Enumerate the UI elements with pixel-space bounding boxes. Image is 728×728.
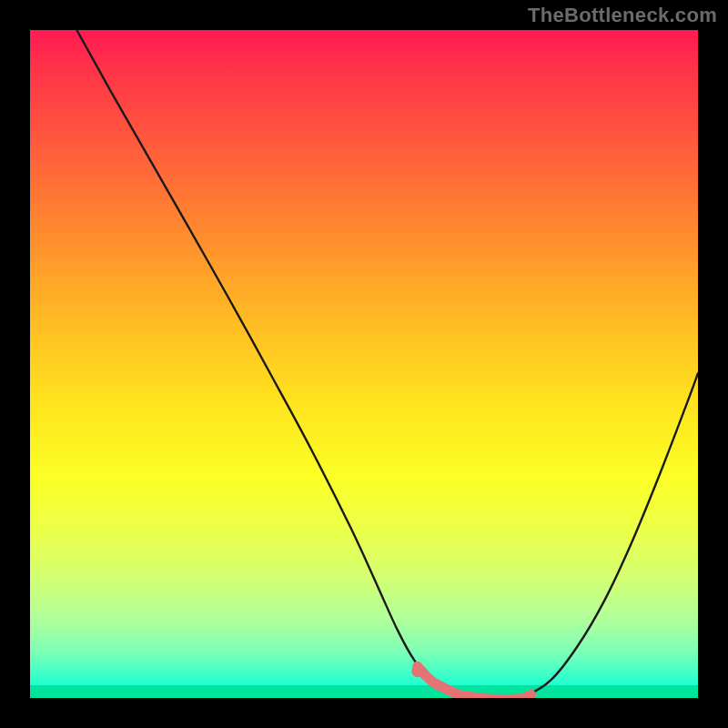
- plot-area: [30, 30, 698, 698]
- watermark-text: TheBottleneck.com: [528, 4, 717, 27]
- heat-gradient-background: [30, 30, 698, 698]
- chart-frame: TheBottleneck.com: [0, 0, 728, 728]
- green-floor-strip: [30, 685, 698, 698]
